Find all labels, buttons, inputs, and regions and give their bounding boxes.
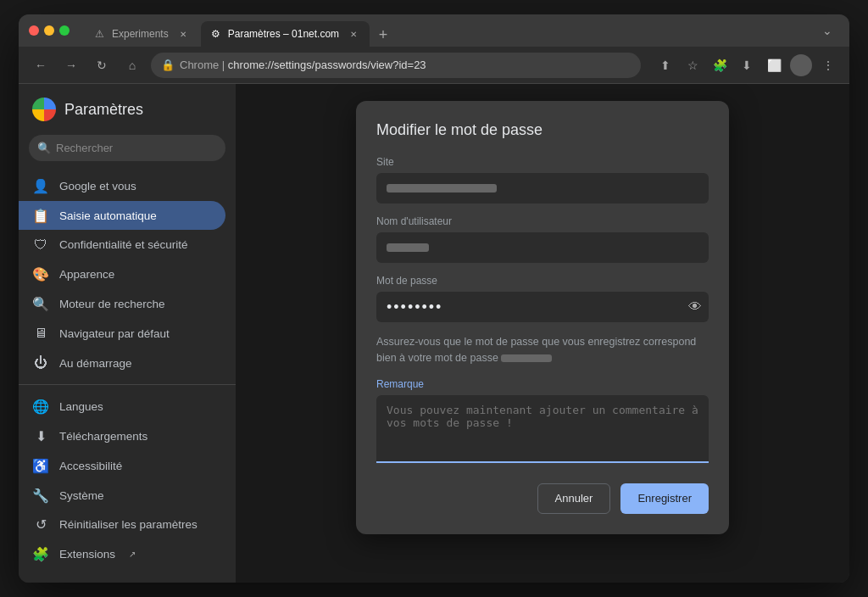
- remark-label: Remarque: [376, 378, 709, 390]
- username-input[interactable]: [376, 232, 709, 263]
- address-path-part: chrome://settings/passwords/view?id=23: [228, 59, 426, 71]
- sidebar-item-systeme-label: Système: [59, 489, 104, 502]
- sidebar-item-confidentialite[interactable]: 🛡 Confidentialité et sécurité: [19, 230, 225, 259]
- shield-icon: 🛡: [32, 237, 49, 253]
- traffic-light-green[interactable]: [59, 25, 70, 36]
- download-icon: ⬇: [32, 428, 49, 444]
- extensions-button[interactable]: 🧩: [709, 54, 731, 76]
- username-field-group: Nom d'utilisateur: [376, 215, 709, 263]
- sidebar-item-langues[interactable]: 🌐 Langues: [19, 392, 225, 421]
- password-input-container: •••••••• 👁: [376, 292, 709, 322]
- username-label: Nom d'utilisateur: [376, 215, 709, 227]
- sidebar-item-saisie-automatique[interactable]: 📋 Saisie automatique: [19, 201, 225, 231]
- sidebar-item-navigateur[interactable]: 🖥 Navigateur par défaut: [19, 319, 225, 349]
- remark-textarea[interactable]: [376, 395, 709, 463]
- modal-title: Modifier le mot de passe: [376, 121, 709, 139]
- site-field-group: Site: [376, 156, 709, 204]
- remark-field-group: Remarque: [376, 378, 709, 466]
- back-button[interactable]: ←: [29, 53, 53, 77]
- settings-icon: ⚙: [211, 28, 223, 40]
- notice-text: Assurez-vous que le mot de passe que vou…: [376, 334, 709, 366]
- sidebar-item-navigateur-label: Navigateur par défaut: [59, 327, 170, 340]
- window-button[interactable]: ⬜: [763, 54, 785, 76]
- forward-button[interactable]: →: [59, 53, 83, 77]
- chrome-logo: [32, 98, 56, 121]
- palette-icon: 🎨: [32, 266, 49, 282]
- address-bar: ← → ↻ ⌂ 🔒 Chrome | chrome://settings/pas…: [19, 47, 849, 84]
- password-dots: ••••••••: [387, 298, 442, 316]
- password-input[interactable]: ••••••••: [376, 292, 709, 322]
- site-value-blurred: [387, 184, 497, 192]
- menu-button[interactable]: ⋮: [817, 54, 839, 76]
- modal-dialog: Modifier le mot de passe Site Nom d'util…: [356, 101, 729, 534]
- traffic-light-yellow[interactable]: [44, 25, 54, 36]
- tab-close-experiments[interactable]: ✕: [177, 28, 189, 40]
- tab-close-settings[interactable]: ✕: [348, 28, 359, 40]
- sidebar-item-google-et-vous-label: Google et vous: [59, 180, 136, 192]
- sidebar-item-confidentialite-label: Confidentialité et sécurité: [59, 238, 188, 251]
- sidebar-item-reinitialiser-label: Réinitialiser les paramètres: [59, 518, 198, 531]
- bookmark-button[interactable]: ☆: [682, 54, 704, 76]
- puzzle-icon: 🧩: [32, 546, 49, 562]
- minimize-button[interactable]: ⌄: [815, 19, 839, 42]
- sidebar-item-accessibilite[interactable]: ♿ Accessibilité: [19, 451, 225, 481]
- site-label: Site: [376, 156, 709, 168]
- share-button[interactable]: ⬆: [654, 54, 676, 76]
- sidebar-item-moteur-label: Moteur de recherche: [59, 298, 165, 310]
- tab-settings-label: Paramètres – 01net.com: [228, 28, 339, 40]
- sidebar-item-systeme[interactable]: 🔧 Système: [19, 481, 225, 511]
- globe-icon: 🌐: [32, 399, 49, 415]
- address-text: Chrome | chrome://settings/passwords/vie…: [180, 59, 631, 71]
- new-tab-button[interactable]: +: [371, 23, 395, 47]
- sidebar-item-accessibilite-label: Accessibilité: [59, 460, 122, 472]
- sidebar-item-demarrage[interactable]: ⏻ Au démarrage: [19, 349, 225, 378]
- sidebar-search-placeholder: Rechercher: [56, 142, 113, 154]
- download-button[interactable]: ⬇: [736, 54, 758, 76]
- sidebar-item-extensions-label: Extensions: [59, 548, 115, 561]
- modal-overlay: Modifier le mot de passe Site Nom d'util…: [236, 84, 849, 583]
- sidebar-item-telechargements[interactable]: ⬇ Téléchargements: [19, 421, 225, 451]
- sidebar-item-apparence-label: Apparence: [59, 268, 114, 281]
- tab-experiments[interactable]: ⚠ Experiments ✕: [85, 21, 199, 47]
- sidebar-item-reinitialiser[interactable]: ↺ Réinitialiser les paramètres: [19, 510, 225, 539]
- title-bar-right: ⌄: [815, 19, 839, 42]
- home-button[interactable]: ⌂: [120, 53, 144, 77]
- tabs-area: ⚠ Experiments ✕ ⚙ Paramètres – 01net.com…: [85, 14, 809, 47]
- lock-icon: 🔒: [161, 59, 175, 71]
- password-label: Mot de passe: [376, 275, 709, 287]
- search-icon: 🔍: [32, 296, 49, 312]
- sidebar-item-moteur-recherche[interactable]: 🔍 Moteur de recherche: [19, 289, 225, 319]
- sidebar-title: Paramètres: [64, 101, 143, 119]
- sidebar-item-apparence[interactable]: 🎨 Apparence: [19, 259, 225, 289]
- sidebar-item-telechargements-label: Téléchargements: [59, 430, 147, 443]
- browser-icon: 🖥: [32, 326, 49, 341]
- sidebar-item-google-et-vous[interactable]: 👤 Google et vous: [19, 171, 225, 201]
- sidebar: Paramètres 🔍 Rechercher 👤 Google et vous…: [19, 84, 236, 583]
- person-icon: 👤: [32, 178, 49, 194]
- tab-experiments-label: Experiments: [112, 28, 169, 40]
- sidebar-item-saisie-label: Saisie automatique: [59, 209, 157, 222]
- toggle-password-button[interactable]: 👁: [688, 299, 702, 315]
- power-icon: ⏻: [32, 355, 49, 371]
- main-content: Paramètres 🔍 Rechercher 👤 Google et vous…: [19, 84, 849, 583]
- modal-actions: Annuler Enregistrer: [376, 483, 709, 514]
- profile-button[interactable]: [790, 54, 812, 76]
- site-input[interactable]: [376, 173, 709, 204]
- sidebar-item-langues-label: Langues: [59, 400, 103, 413]
- traffic-lights: [29, 25, 70, 36]
- notice-blur: [501, 354, 552, 362]
- address-actions: ⬆ ☆ 🧩 ⬇ ⬜ ⋮: [654, 54, 839, 76]
- warning-icon: ⚠: [95, 28, 107, 40]
- sidebar-item-extensions[interactable]: 🧩 Extensions ↗: [19, 539, 225, 569]
- accessibility-icon: ♿: [32, 458, 49, 474]
- address-field[interactable]: 🔒 Chrome | chrome://settings/passwords/v…: [151, 53, 641, 78]
- sidebar-search[interactable]: 🔍 Rechercher: [29, 135, 225, 161]
- refresh-button[interactable]: ↻: [90, 53, 114, 77]
- traffic-light-red[interactable]: [29, 25, 39, 36]
- document-icon: 📋: [32, 208, 49, 224]
- address-chrome-part: Chrome |: [180, 59, 228, 71]
- tab-settings[interactable]: ⚙ Paramètres – 01net.com ✕: [201, 21, 370, 47]
- cancel-button[interactable]: Annuler: [537, 483, 611, 514]
- browser-window: ⚠ Experiments ✕ ⚙ Paramètres – 01net.com…: [19, 14, 849, 583]
- save-button[interactable]: Enregistrer: [620, 483, 709, 514]
